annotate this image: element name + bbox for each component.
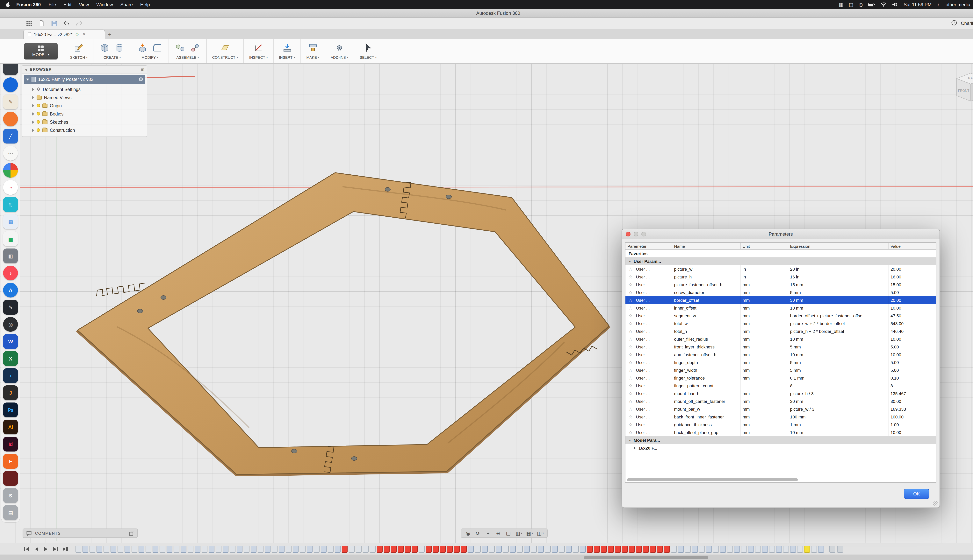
favorite-star-icon[interactable] [625,421,634,428]
view-cube[interactable]: TOP FRONT [950,65,973,106]
close-tab-icon[interactable] [82,32,86,37]
favorite-star-icon[interactable] [625,366,634,374]
timeline-item[interactable] [447,545,453,552]
timeline-item[interactable] [692,545,698,552]
create-cylinder-icon[interactable] [114,42,125,54]
section-label[interactable] [912,281,936,288]
favorite-star-icon[interactable] [625,351,634,358]
save-icon[interactable] [49,19,59,28]
timeline-item[interactable] [517,545,523,552]
timeline-item[interactable] [762,545,768,552]
timeline-item[interactable] [160,545,166,552]
ribbon-group-label[interactable]: MAKE [306,55,319,60]
timeline-item[interactable] [804,545,810,552]
section-label[interactable] [912,343,936,351]
parameter-expression-cell[interactable]: 30 mm [788,397,889,405]
parameter-row[interactable]: User ... finger_pattern_count 8 8 [625,382,936,390]
timeline-item[interactable] [405,545,411,552]
timeline-item[interactable] [559,545,565,552]
timeline-item[interactable] [608,545,614,552]
parameter-expression-cell[interactable]: 8 [788,382,889,390]
dock-app-icon[interactable]: ╱ [3,129,18,143]
ribbon-group-label[interactable]: SELECT [359,55,376,60]
step-back-button[interactable] [32,545,40,552]
timeline-item[interactable] [587,545,593,552]
timeline-item[interactable] [75,545,81,552]
parameter-name-cell[interactable]: segment_w [672,312,741,320]
timeline-item[interactable] [300,545,306,552]
fillet-icon[interactable] [151,42,163,54]
parameter-name-cell[interactable]: mount_bar_w [672,405,741,413]
favorite-star-icon[interactable] [625,358,634,366]
timeline-item[interactable] [636,545,642,552]
document-tab[interactable]: 16x20 Fa... v2 v82* ⟳ [23,30,105,39]
ribbon-group-label[interactable]: INSPECT [249,55,267,60]
timeline-item[interactable] [650,545,656,552]
parameter-name-cell[interactable]: inner_offset [672,304,741,312]
timeline-item[interactable] [117,545,124,552]
column-header[interactable]: Unit [741,243,788,249]
ribbon-group-label[interactable]: INSERT [279,55,295,60]
section-label[interactable]: 16x20 F... [625,444,936,452]
disclosure-triangle-icon[interactable] [32,88,34,91]
timeline-item[interactable] [412,545,418,552]
parameter-expression-cell[interactable]: 5 mm [788,288,889,296]
timeline-item[interactable] [272,545,278,552]
parameter-expression-cell[interactable]: 0.1 mm [788,374,889,382]
section-label[interactable] [912,366,936,374]
timeline-item[interactable] [90,545,95,552]
timeline-item[interactable] [391,545,396,552]
timeline-item[interactable] [727,545,733,552]
parameter-row[interactable]: User ... inner_offset mm 10 mm 10.00 [625,304,936,312]
timeline-item[interactable] [145,545,151,552]
favorite-star-icon[interactable] [625,327,634,335]
disclosure-triangle-icon[interactable] [32,112,34,115]
section-label[interactable] [912,374,936,382]
timeline-item[interactable] [377,545,383,552]
nav-tool-icon[interactable]: ⊕ [494,529,502,537]
favorite-star-icon[interactable] [625,281,634,288]
construction-plane-icon[interactable] [219,42,231,54]
timeline-item[interactable] [818,545,824,552]
timeline-item[interactable] [622,545,628,552]
section-label[interactable]: Model Para... [625,436,936,444]
browser-tree-item[interactable]: Bodies [22,110,147,118]
timeline-item[interactable] [216,545,221,552]
timeline-item[interactable] [286,545,291,552]
timeline-item[interactable] [384,545,390,552]
timeline-item[interactable] [664,545,670,552]
parameter-expression-cell[interactable]: picture_h + 2 * border_offset [788,327,889,335]
timeline-item[interactable] [398,545,404,552]
favorite-star-icon[interactable] [625,405,634,413]
nav-tool-icon[interactable]: ◉ [463,529,472,537]
dock-app-icon[interactable]: Ai [3,420,18,434]
parameter-name-cell[interactable]: screw_diameter [672,288,741,296]
play-button[interactable] [42,545,50,552]
menu-item[interactable]: View [79,2,89,7]
close-window-icon[interactable] [626,232,630,237]
timeline-item[interactable] [251,545,256,552]
parameter-expression-cell[interactable]: 30 mm [788,296,889,304]
dock-app-icon[interactable] [3,471,18,486]
favorite-star-icon[interactable] [625,265,634,273]
timeline-item[interactable] [524,545,530,552]
timeline-item[interactable] [363,545,369,552]
parameter-expression-cell[interactable]: border_offset + picture_fastener_offse..… [788,312,889,320]
dock-app-icon[interactable] [3,163,18,178]
timeline-item[interactable] [510,545,516,552]
section-label[interactable] [912,413,936,421]
timeline-item[interactable] [454,545,460,552]
parameter-row[interactable]: User ... segment_w mm border_offset + pi… [625,312,936,320]
timeline-item[interactable] [573,545,579,552]
parameter-row[interactable]: User ... total_w mm picture_w + 2 * bord… [625,320,936,327]
section-label[interactable] [912,288,936,296]
timeline-item[interactable] [734,545,740,552]
section-label[interactable] [912,265,936,273]
disclosure-triangle-icon[interactable] [32,96,34,99]
dock-app-icon[interactable]: J [3,385,18,400]
timeline-item[interactable] [265,545,271,552]
browser-tree-item[interactable]: Document Settings [22,85,147,93]
3d-print-icon[interactable] [307,42,319,54]
battery-icon[interactable] [868,3,875,7]
parameter-row[interactable]: User ... mount_bar_h mm picture_h / 3 13… [625,390,936,397]
